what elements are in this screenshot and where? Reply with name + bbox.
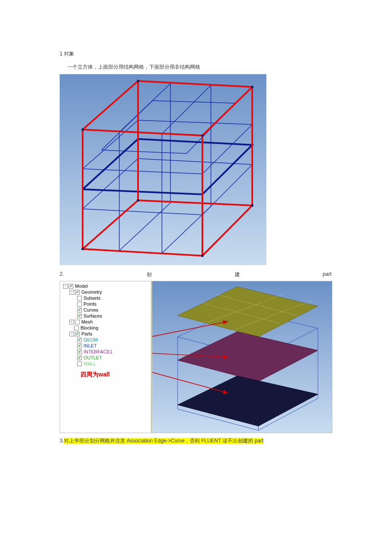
svg-marker-37 [178,332,318,382]
section3-num: 3. [60,438,64,444]
svg-point-26 [81,128,84,131]
svg-marker-36 [178,286,318,337]
checkbox-icon[interactable] [75,332,80,336]
section2-right: part [323,271,331,278]
svg-line-13 [202,124,252,174]
tree-subsets[interactable]: Subsets [62,295,151,301]
figure-cube-wireframe [60,74,266,265]
svg-point-30 [81,248,84,250]
svg-line-7 [83,209,202,215]
svg-line-12 [83,120,138,169]
checkbox-icon[interactable] [77,296,82,301]
checkbox-icon[interactable] [77,308,82,312]
section2-mid1: 创 [147,271,152,278]
viewport-parts[interactable] [152,281,332,433]
collapse-icon[interactable]: − [69,332,74,336]
checkbox-icon[interactable] [77,361,82,366]
section1-desc: 一个立方体，上面部分用结构网格，下面部分用非结构网格 [67,64,332,71]
checkbox-icon[interactable] [74,326,79,330]
tree-panel: − Model − Geometry Subsets Points Curves [60,281,152,433]
figure-parts-tree: − Model − Geometry Subsets Points Curves [60,281,332,433]
checkbox-icon[interactable] [77,350,82,354]
checkbox-icon[interactable] [77,314,82,318]
tree-mesh[interactable]: + Mesh [62,319,151,325]
svg-line-9 [162,85,211,134]
svg-point-31 [201,254,204,257]
wall-annotation: 四周为wall [81,371,110,379]
svg-line-18 [101,150,187,153]
svg-point-24 [137,80,139,82]
svg-line-23 [83,200,138,249]
tree-inlet[interactable]: INLET [62,343,151,349]
checkbox-icon[interactable] [77,302,82,306]
section3-text: 对上半部分划分网格并注意 Association Edge->Curve，否则 … [64,438,263,444]
expand-icon[interactable]: + [69,320,74,324]
checkbox-icon[interactable] [77,338,82,342]
section2-mid2: 建 [235,271,240,278]
checkbox-icon[interactable] [77,344,82,348]
tree-geom[interactable]: GEOM [62,337,151,343]
svg-line-2 [138,120,252,124]
collapse-icon[interactable]: − [69,290,74,295]
svg-line-22 [202,205,252,256]
collapse-icon[interactable]: − [63,284,68,289]
svg-line-14 [83,159,138,209]
svg-line-19 [153,101,235,103]
section2-num: 2. [60,271,64,278]
tree-curves[interactable]: Curves [62,307,151,313]
tree-blocking[interactable]: Blocking [62,325,151,331]
svg-point-25 [251,86,254,88]
tree-surfaces[interactable]: Surfaces [62,313,151,319]
section3-line: 3.对上半部分划分网格并注意 Association Edge->Curve，否… [60,437,332,445]
tree-parts[interactable]: − Parts [62,331,151,337]
checkbox-icon[interactable] [75,290,80,295]
svg-point-27 [201,134,204,137]
tree-interface[interactable]: INTERFACE1 [62,349,151,355]
svg-marker-38 [178,376,318,426]
tree-geometry[interactable]: − Geometry [62,289,151,295]
svg-point-29 [251,204,254,207]
checkbox-icon[interactable] [69,284,73,289]
svg-point-28 [137,199,139,202]
section1-heading: 1 对象 [60,50,332,58]
checkbox-icon[interactable] [75,320,80,324]
tree-points[interactable]: Points [62,301,151,307]
svg-line-21 [202,87,252,136]
section2-row: 2. 创 建 part [60,271,331,278]
tree-outlet[interactable]: OUTLET [62,355,151,361]
svg-line-10 [101,101,153,150]
tree-wall[interactable]: WALL [62,361,151,367]
tree-model[interactable]: − Model [62,283,151,289]
checkbox-icon[interactable] [77,356,82,360]
